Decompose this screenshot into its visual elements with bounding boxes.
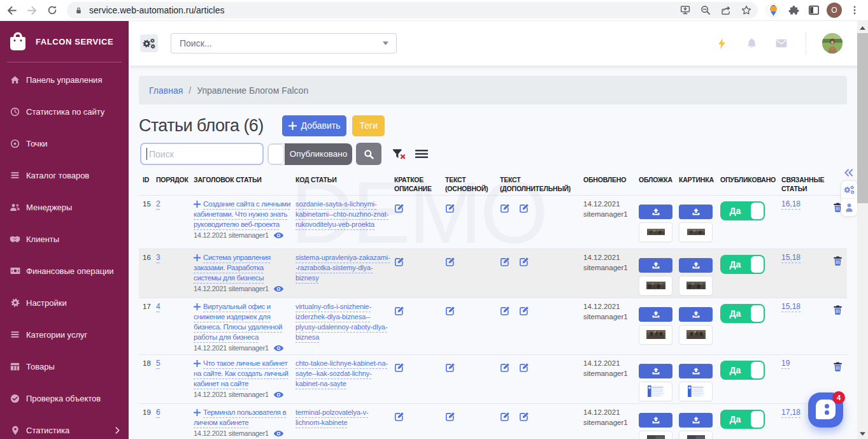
published-toggle[interactable]: Да (720, 304, 765, 323)
expand-plus-icon[interactable] (194, 409, 201, 416)
edit-text-extra2-icon[interactable] (519, 363, 529, 373)
published-toggle[interactable]: Да (720, 361, 765, 380)
edit-text-extra-icon[interactable] (500, 306, 510, 316)
upload-cover-button[interactable] (639, 413, 672, 428)
article-code-link[interactable]: virtualny-ofis-i-snizhenie-izderzhek-dly… (295, 303, 387, 341)
chat-widget-button[interactable]: 4 (808, 392, 843, 428)
edit-text-extra-icon[interactable] (500, 363, 510, 373)
url-text[interactable]: service.web-automation.ru/articles (89, 5, 679, 15)
delete-article-icon[interactable] (834, 308, 842, 316)
article-order-link[interactable]: 5 (156, 359, 160, 368)
cover-thumbnail[interactable] (639, 222, 672, 242)
eye-icon[interactable] (273, 232, 284, 239)
upload-image-button[interactable] (679, 364, 713, 378)
bookmark-star-icon[interactable] (740, 4, 753, 17)
search-button[interactable] (356, 143, 381, 165)
article-order-link[interactable]: 4 (156, 302, 160, 311)
related-articles-link[interactable]: 17,18 (781, 408, 800, 417)
extensions-puzzle-icon[interactable] (786, 3, 801, 18)
columns-menu-button[interactable] (414, 147, 429, 162)
page-scrollbar[interactable] (857, 21, 868, 439)
article-title-link[interactable]: Что такое личные кабинет на сайте. Как с… (194, 359, 288, 387)
article-code-link[interactable]: sozdanie-sayta-s-lichnymi-kabinetami--ch… (295, 200, 388, 228)
notifications-bell-icon[interactable] (744, 36, 758, 50)
related-articles-link[interactable]: 19 (781, 359, 790, 368)
extension-shortcut-icon[interactable] (765, 3, 781, 18)
edit-text-main-icon[interactable] (445, 412, 455, 422)
image-thumbnail[interactable] (679, 431, 713, 439)
collapse-panel-icon[interactable] (844, 169, 853, 176)
brand[interactable]: FALCON SERVICE (0, 21, 129, 62)
sidebar-item-settings[interactable]: Настройки (0, 287, 129, 319)
scrollbar-down-arrow[interactable] (857, 428, 868, 439)
article-title-link[interactable]: Система управления заказами. Разработка … (194, 254, 271, 282)
eye-icon[interactable] (273, 391, 284, 398)
edit-short-desc-icon[interactable] (394, 306, 404, 316)
browser-reload-button[interactable] (46, 4, 59, 17)
user-avatar[interactable] (822, 33, 843, 54)
cover-thumbnail[interactable] (639, 276, 672, 296)
upload-cover-button[interactable] (639, 258, 672, 273)
article-code-link[interactable]: chto-takoe-lichnye-kabinet-na-sayte--kak… (295, 359, 388, 387)
edit-text-main-icon[interactable] (445, 203, 455, 213)
eye-icon[interactable] (273, 345, 284, 352)
image-thumbnail[interactable] (679, 276, 713, 296)
side-panel-icon[interactable] (806, 3, 822, 18)
share-icon[interactable] (720, 4, 732, 17)
sidebar-item-catalog[interactable]: Каталог товаров (0, 159, 129, 191)
related-articles-link[interactable]: 15,18 (781, 302, 800, 311)
article-code-link[interactable]: terminal-polzovatelya-v-lichnom-kabinete (295, 408, 368, 426)
scrollbar-thumb[interactable] (857, 33, 868, 203)
article-title-link[interactable]: Создание сайта с личными кабинетами. Что… (194, 200, 290, 228)
tags-button[interactable]: Теги (352, 115, 384, 136)
sidebar-item-clients[interactable]: Клиенты (0, 223, 129, 255)
quick-actions-bolt-icon[interactable] (715, 36, 729, 50)
expand-plus-icon[interactable] (194, 201, 201, 208)
sidebar-item-points[interactable]: Точки (0, 127, 129, 159)
sidebar-item-site-stats[interactable]: Статистика по сайту (0, 96, 129, 127)
clear-filter-button[interactable] (391, 147, 406, 162)
sidebar-item-service-categories[interactable]: Категории услуг (0, 319, 129, 350)
browser-menu-kebab-icon[interactable] (847, 3, 862, 18)
published-toggle[interactable]: Да (720, 201, 765, 220)
edit-text-main-icon[interactable] (445, 363, 455, 373)
zoom-out-icon[interactable] (699, 4, 712, 17)
upload-image-button[interactable] (679, 258, 713, 273)
breadcrumb-home-link[interactable]: Главная (149, 85, 183, 96)
table-search-input[interactable] (140, 143, 264, 165)
delete-article-icon[interactable] (834, 259, 842, 267)
related-articles-link[interactable]: 16,18 (781, 199, 800, 208)
cover-thumbnail[interactable] (639, 382, 672, 401)
edit-text-extra-icon[interactable] (500, 257, 510, 267)
table-settings-button[interactable] (841, 181, 857, 198)
edit-short-desc-icon[interactable] (394, 412, 404, 422)
topbar-settings-button[interactable] (140, 34, 158, 52)
scrollbar-up-arrow[interactable] (857, 22, 868, 33)
upload-cover-button[interactable] (639, 205, 672, 219)
upload-cover-button[interactable] (639, 307, 672, 322)
sidebar-item-products[interactable]: Товары (0, 350, 129, 382)
edit-text-extra-icon[interactable] (500, 203, 510, 213)
edit-short-desc-icon[interactable] (394, 203, 404, 213)
article-title-link[interactable]: Виртуальный офис и снижение издержек для… (194, 303, 282, 341)
article-title-link[interactable]: Терминал пользователя в личном кабинете (194, 408, 286, 426)
sidebar-item-managers[interactable]: Менеджеры (0, 191, 129, 223)
edit-short-desc-icon[interactable] (394, 363, 404, 373)
browser-profile-avatar[interactable]: O (827, 3, 842, 18)
sidebar-item-object-check[interactable]: Проверка объектов (0, 382, 129, 414)
eye-icon[interactable] (273, 285, 284, 292)
related-articles-link[interactable]: 15,18 (781, 253, 800, 262)
expand-plus-icon[interactable] (194, 254, 201, 261)
published-toggle[interactable]: Да (720, 410, 765, 429)
ssl-lock-icon[interactable] (75, 6, 83, 15)
article-order-link[interactable]: 6 (156, 408, 160, 417)
edit-text-extra2-icon[interactable] (519, 257, 529, 267)
published-toggle[interactable]: Да (720, 255, 765, 274)
edit-text-extra2-icon[interactable] (519, 412, 529, 422)
eye-icon[interactable] (273, 430, 284, 437)
upload-image-button[interactable] (679, 413, 713, 428)
expand-plus-icon[interactable] (194, 303, 201, 310)
delete-article-icon[interactable] (834, 365, 842, 373)
address-bar[interactable]: service.web-automation.ru/articles (67, 2, 758, 18)
cover-thumbnail[interactable] (639, 431, 672, 439)
